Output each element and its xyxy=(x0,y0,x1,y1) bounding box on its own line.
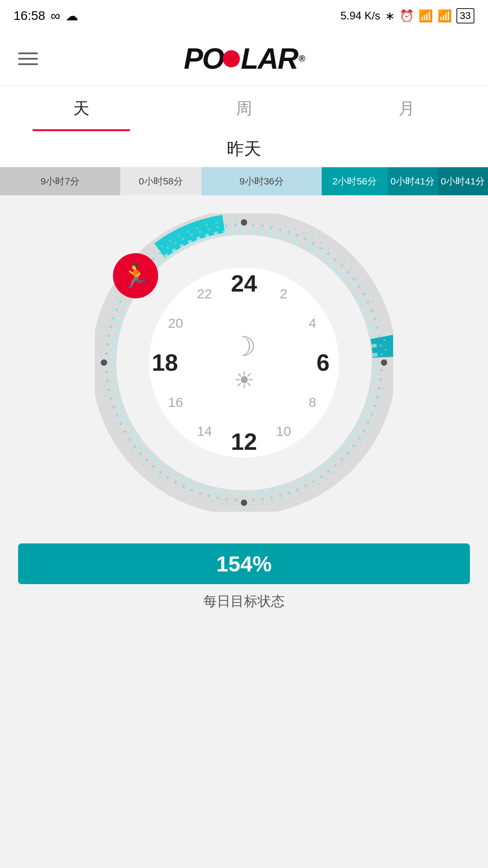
clock-center: ☽ ☀ xyxy=(232,333,256,392)
clock-number: 4 xyxy=(309,316,316,331)
progress-section: 154% 每日目标状态 xyxy=(0,534,488,611)
tab-day[interactable]: 天 xyxy=(0,86,163,131)
speed-indicator: 5.94 K/s xyxy=(340,9,380,22)
battery-icon: 33 xyxy=(456,8,474,24)
header: P O LAR ® xyxy=(0,32,488,86)
menu-line-3 xyxy=(18,63,38,65)
logo-o-left: O xyxy=(202,42,224,75)
status-left: 16:58 ∞ ☁ xyxy=(14,8,78,24)
clock-wrapper: 🏃 xyxy=(95,213,393,512)
activity-strip-segment: 0小时58分 xyxy=(120,167,202,195)
logo-lar: LAR xyxy=(241,42,298,75)
clock-number: 16 xyxy=(168,395,183,410)
menu-line-2 xyxy=(18,58,38,60)
logo-registered: ® xyxy=(299,53,305,64)
clock-number: 10 xyxy=(276,424,291,439)
running-icon: 🏃 xyxy=(121,262,150,290)
clock-number: 24 xyxy=(231,270,257,297)
tabs-container: 天 周 月 xyxy=(0,86,488,131)
activity-strip-segment: 9小时36分 xyxy=(202,167,322,195)
clock-number: 2 xyxy=(280,286,287,302)
activity-strip-segment: 9小时7分 xyxy=(0,167,120,195)
infinity-icon: ∞ xyxy=(51,8,60,24)
clock-number: 8 xyxy=(309,395,316,410)
moon-icon: ☽ xyxy=(232,333,256,360)
logo-p: P xyxy=(184,42,202,75)
activity-strip: 9小时7分0小时58分9小时36分2小时56分0小时41分0小时41分 xyxy=(0,167,488,195)
clock-number: 6 xyxy=(317,349,330,376)
status-right: 5.94 K/s ∗ ⏰ 📶 📶 33 xyxy=(340,8,474,24)
date-bar: 昨天 xyxy=(0,131,488,167)
clock-section: 🏃 xyxy=(0,195,488,534)
clock-number: 14 xyxy=(197,424,212,439)
activity-strip-segment: 0小时41分 xyxy=(438,167,488,195)
bluetooth-icon: ∗ xyxy=(385,9,395,23)
progress-bar[interactable]: 154% xyxy=(18,543,470,584)
status-time: 16:58 xyxy=(14,9,45,23)
signal-icon: 📶 xyxy=(437,9,452,23)
svg-point-11 xyxy=(381,359,387,366)
clock-number: 12 xyxy=(231,428,257,455)
tab-week[interactable]: 周 xyxy=(163,86,325,131)
polar-logo: P O LAR ® xyxy=(184,42,305,75)
alarm-icon: ⏰ xyxy=(399,9,414,23)
clock-face: 24246810121416182022 ☽ ☀ xyxy=(149,268,339,458)
svg-point-9 xyxy=(241,500,247,506)
date-text: 昨天 xyxy=(227,137,261,160)
menu-line-1 xyxy=(18,52,38,54)
status-bar: 16:58 ∞ ☁ 5.94 K/s ∗ ⏰ 📶 📶 33 xyxy=(0,0,488,32)
logo-dot xyxy=(223,50,240,67)
sun-icon: ☀ xyxy=(234,368,255,392)
menu-button[interactable] xyxy=(18,52,38,65)
clock-number: 22 xyxy=(197,286,212,302)
clock-number: 20 xyxy=(168,316,183,331)
svg-point-8 xyxy=(241,219,247,226)
wifi-icon: 📶 xyxy=(418,9,433,23)
clock-number: 18 xyxy=(152,349,178,376)
progress-percentage: 154% xyxy=(216,552,272,576)
cloud-icon: ☁ xyxy=(66,9,78,24)
running-badge[interactable]: 🏃 xyxy=(113,253,158,298)
activity-strip-segment: 0小时41分 xyxy=(388,167,438,195)
activity-strip-segment: 2小时56分 xyxy=(322,167,388,195)
tab-month[interactable]: 月 xyxy=(325,86,488,131)
progress-subtitle: 每日目标状态 xyxy=(18,592,470,611)
svg-point-10 xyxy=(101,359,107,366)
